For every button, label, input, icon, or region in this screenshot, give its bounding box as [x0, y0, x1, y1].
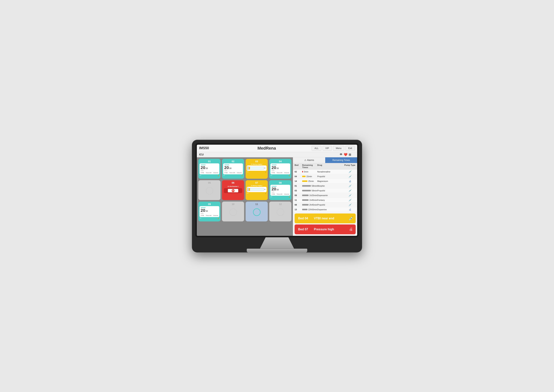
- monitor-base: [247, 249, 307, 252]
- vtbi-label-01: VTBI: [201, 172, 204, 174]
- tip-03: [264, 167, 266, 169]
- pump-rate-02: 20.50: [224, 166, 242, 170]
- pump-display-02: ◀◀◀◀◀ 20.50 ml/h VTBI Time left Volume: [223, 163, 243, 174]
- bed-card-01[interactable]: 01 ◀◀◀◀◀ 20.50 ml/h VTBI Time left Volum…: [198, 159, 221, 179]
- pump-info-02: VTBI Time left Volume: [224, 172, 242, 174]
- volume-label-01: Volume: [213, 172, 218, 174]
- table-row[interactable]: 13 22h50min Dopamine 🖨: [293, 207, 357, 212]
- pump-visual-07: [247, 187, 267, 192]
- app-header: IMS50 MedRena ALL VIP Menu Exit: [197, 145, 357, 152]
- time-left-08: Time left: [277, 193, 282, 195]
- main-content: 01 ◀◀◀◀◀ 20.50 ml/h VTBI Time left Volum…: [197, 157, 357, 236]
- table-row[interactable]: 14 25min Magnesium 🖨: [293, 179, 357, 184]
- pump-unit-08: ml/h: [271, 191, 289, 193]
- fill-07: [249, 188, 250, 191]
- bed-number-12: 12: [270, 203, 290, 206]
- bed-footer-03: 1/1 🔒: [247, 171, 267, 173]
- exit-button[interactable]: Exit: [346, 146, 355, 151]
- ward-icons: 👁 ❤️ ⊞: [339, 153, 351, 156]
- vtbi-08: VTBI: [271, 193, 275, 195]
- alert-icon-07: 🖨: [346, 224, 356, 234]
- bed-footer-07: 1/1 🔒: [247, 193, 267, 194]
- alert-card-bed04[interactable]: Bed 04 VTBI near end 💉: [295, 213, 356, 223]
- bed-number-01: 01: [200, 160, 219, 163]
- bed-card-02[interactable]: 02 ◀◀◀◀◀ 20.50 ml/h VTBI Time left Volum…: [222, 159, 244, 179]
- monitor: IMS50 MedRena ALL VIP Menu Exit ICU 👁 ❤️…: [192, 140, 362, 252]
- eye-icon[interactable]: 👁: [339, 153, 343, 156]
- occlusion-icon-06: ⛔: [228, 189, 238, 192]
- alert-message-07: Pressure high: [312, 224, 346, 234]
- bed-footer-08: 1/1 🔒: [270, 196, 290, 198]
- alert-card-bed07[interactable]: Bed 07 Pressure high 🖨: [295, 224, 356, 234]
- fill-03: [249, 167, 250, 169]
- volume-02: Volume: [237, 172, 242, 174]
- barrel-03: [249, 167, 264, 170]
- heart-icon[interactable]: ❤️: [344, 153, 347, 156]
- time-left-label-01: Time left: [206, 172, 211, 174]
- occlusion-visual-06: ⛔: [224, 188, 242, 193]
- bed-card-04[interactable]: 04 ◀◀◀◀◀ 20.50 ml/h VTBI Time left Volum…: [269, 159, 291, 179]
- table-row[interactable]: 01 58min Morphin 💉: [293, 184, 357, 188]
- table-row[interactable]: 09 1h25min Dopexamin 💉: [293, 193, 357, 198]
- table-header: Bed Remaining Times Drug Pump Type: [293, 163, 357, 169]
- empty-circle-12: [277, 208, 284, 216]
- right-panel: ⚠ Alarms Remaining Times Bed Remaining T…: [293, 157, 357, 236]
- grid-icon[interactable]: ⊞: [349, 153, 351, 156]
- active-circle-11: [253, 208, 261, 216]
- bed-card-09[interactable]: 09 ◀◀◀◀◀ 20.50 ml/h VTBI Time left Volum…: [198, 202, 221, 221]
- table-row[interactable]: 03 58min Propofol 💉: [293, 188, 357, 193]
- syringe-display-07: [248, 188, 266, 191]
- bed-footer-04: 1/1 🔒: [270, 175, 290, 176]
- bed-card-08[interactable]: 08 ◀◀◀◀◀ 20.50 ml/h VTBI Time left Volum…: [269, 180, 291, 200]
- table-row[interactable]: 02 3min Noradrenaline 💉: [293, 169, 357, 174]
- bed-number-10: 10: [223, 203, 243, 206]
- pump-info-04: VTBI Time left Volume: [271, 172, 289, 174]
- bed-card-11[interactable]: 11: [246, 202, 268, 221]
- table-row[interactable]: 11 1h45min Fentany 💉: [293, 198, 357, 203]
- remaining-times-table: Bed Remaining Times Drug Pump Type 02 3m…: [293, 163, 357, 212]
- occlusion-label-06: ⚠ Occlusion !: [228, 186, 239, 187]
- plunger-03: [248, 166, 248, 170]
- system-id: IMS50: [199, 146, 222, 150]
- vtbi-09: VTBI: [201, 215, 204, 216]
- bed-card-12[interactable]: 12: [269, 202, 291, 221]
- pump-rate-04: 20.50: [271, 166, 289, 170]
- menu-button[interactable]: Menu: [333, 146, 344, 151]
- empty-circle-10: [229, 208, 237, 216]
- sub-header: ICU 👁 ❤️ ⊞: [197, 152, 357, 157]
- monitor-stand: [258, 237, 296, 249]
- bed-card-06[interactable]: 06 ⚠ Occlusion ! ⛔: [222, 180, 244, 200]
- bed-number-02: 02: [223, 160, 243, 163]
- table-row[interactable]: 04 15min Propofol 💉: [293, 174, 357, 179]
- plunger-07: [248, 188, 248, 191]
- bed-number-03: 03: [247, 160, 267, 163]
- pump-unit-01: ml/h: [201, 170, 218, 172]
- time-left-04: Time left: [277, 172, 282, 174]
- alert-cards: Bed 04 VTBI near end 💉 Bed 07 Pressure h…: [293, 212, 357, 236]
- bed-number-04: 04: [270, 160, 290, 163]
- empty-indicator-12: [270, 206, 290, 218]
- bed-card-05[interactable]: 05: [198, 180, 221, 200]
- table-row[interactable]: 08 2h45min Propofol 💉: [293, 203, 357, 207]
- empty-indicator-05: [200, 185, 219, 197]
- bed-card-03[interactable]: 03 ⚠ Nrarly empty !: [246, 159, 268, 179]
- empty-indicator-10: [223, 206, 243, 218]
- empty-circle-05: [206, 187, 213, 195]
- all-button[interactable]: ALL: [312, 146, 321, 151]
- vtbi-02: VTBI: [224, 172, 228, 174]
- vip-button[interactable]: VIP: [323, 146, 332, 151]
- volume-08: Volume: [284, 193, 289, 195]
- bed-number-09: 09: [200, 203, 219, 206]
- alert-bed-04: Bed 04: [295, 213, 312, 223]
- col-time: Remaining Times: [302, 164, 317, 168]
- remaining-times-tab[interactable]: Remaining Times: [325, 157, 357, 163]
- pump-display-01: ◀◀◀◀◀ 20.50 ml/h VTBI Time left Volume: [200, 163, 219, 174]
- bed-card-10[interactable]: 10: [222, 202, 244, 221]
- bed-card-07[interactable]: 07 ⚠ Nrarly empty !: [246, 180, 268, 200]
- alarms-tab[interactable]: ⚠ Alarms: [293, 157, 325, 163]
- pump-rate-01: 20.50: [201, 166, 218, 170]
- vtbi-04: VTBI: [271, 172, 275, 174]
- time-left-02: Time left: [229, 172, 235, 174]
- pump-display-09: ◀◀◀◀◀ 20.50 ml/h VTBI Time left Volume: [200, 206, 219, 217]
- bed-grid-area: 01 ◀◀◀◀◀ 20.50 ml/h VTBI Time left Volum…: [197, 157, 293, 236]
